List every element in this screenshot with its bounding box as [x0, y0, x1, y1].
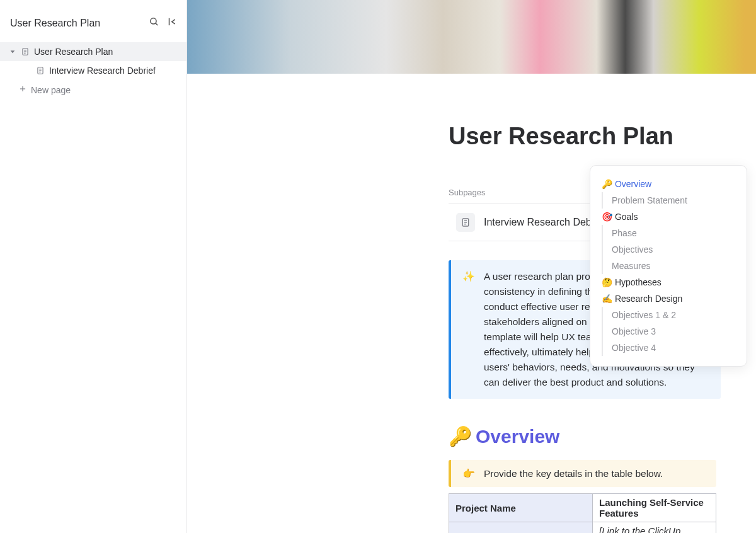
- cover-image: [187, 0, 756, 74]
- document-icon: [35, 66, 45, 75]
- sidebar-header-icons: [149, 16, 178, 30]
- sidebar-item-label: User Research Plan: [34, 47, 113, 57]
- toc-item[interactable]: Objectives: [602, 241, 735, 258]
- toc-item[interactable]: Measures: [602, 258, 735, 274]
- svg-marker-3: [11, 50, 15, 53]
- table-row: Project NameLaunching Self-Service Featu…: [449, 494, 716, 522]
- toc-panel: 🔑 OverviewProblem Statement🎯 GoalsPhaseO…: [590, 165, 747, 367]
- tip-callout-text: Provide the key details in the table bel…: [484, 468, 663, 479]
- toc-item[interactable]: 🔑 Overview: [602, 176, 735, 192]
- toc-item[interactable]: ✍️ Research Design: [602, 290, 735, 307]
- toc-item[interactable]: Phase: [602, 225, 735, 241]
- table-cell-value[interactable]: [Link to the ClickUp location of the pro…: [593, 522, 716, 534]
- svg-line-1: [156, 23, 158, 25]
- table-cell-label: ClickUp Project: [449, 522, 593, 534]
- chevron-down-icon: [9, 49, 16, 55]
- table-cell-value[interactable]: Launching Self-Service Features: [593, 494, 716, 522]
- page-title: User Research Plan: [449, 123, 756, 150]
- document-icon: [456, 213, 475, 232]
- sidebar: User Research Plan User Research Plan In…: [0, 0, 187, 533]
- document-icon: [20, 47, 30, 56]
- sidebar-header: User Research Plan: [0, 0, 186, 41]
- sparkles-icon: ✨: [462, 269, 475, 390]
- table-row: ClickUp Project[Link to the ClickUp loca…: [449, 522, 716, 534]
- key-icon: 🔑: [449, 425, 472, 447]
- sidebar-new-page-label: New page: [31, 85, 71, 95]
- collapse-sidebar-icon[interactable]: [167, 16, 178, 30]
- svg-point-0: [151, 18, 156, 24]
- search-icon[interactable]: [149, 16, 159, 30]
- overview-heading: 🔑 Overview: [449, 425, 756, 447]
- toc-item[interactable]: 🤔 Hypotheses: [602, 274, 735, 290]
- plus-icon: [18, 84, 27, 95]
- toc-item[interactable]: 🎯 Goals: [602, 209, 735, 225]
- table-cell-label: Project Name: [449, 494, 593, 522]
- point-right-icon: 👉: [462, 467, 475, 479]
- tip-callout: 👉 Provide the key details in the table b…: [449, 460, 716, 487]
- overview-heading-text: Overview: [476, 426, 559, 447]
- overview-table: Project NameLaunching Self-Service Featu…: [449, 493, 716, 533]
- sidebar-item-label: Interview Research Debrief: [49, 66, 156, 76]
- sidebar-item-user-research-plan[interactable]: User Research Plan: [0, 42, 186, 61]
- sidebar-item-interview-debrief[interactable]: Interview Research Debrief: [0, 61, 186, 80]
- sidebar-title: User Research Plan: [10, 18, 100, 29]
- toc-item[interactable]: Objectives 1 & 2: [602, 307, 735, 323]
- toc-item[interactable]: Problem Statement: [602, 192, 735, 209]
- sidebar-new-page[interactable]: New page: [0, 80, 186, 100]
- sidebar-tree: User Research Plan Interview Research De…: [0, 41, 186, 101]
- toc-item[interactable]: Objective 3: [602, 323, 735, 340]
- toc-item[interactable]: Objective 4: [602, 340, 735, 356]
- subpage-title: Interview Research Debrief: [484, 217, 605, 228]
- main-content: User Research Plan Subpages Interview Re…: [187, 0, 756, 533]
